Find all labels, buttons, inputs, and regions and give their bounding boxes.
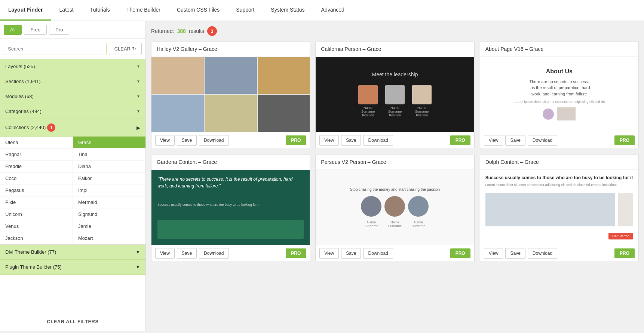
nav-advanced[interactable]: Advanced xyxy=(313,0,353,21)
white-content-top: Success usually comes to those who are t… xyxy=(485,175,633,188)
filter-collections-container: Collections (2,440) 1 ▶ Olena Ragnar Fre… xyxy=(0,119,145,245)
green-quote: "There are no secrets to success. It is … xyxy=(157,176,304,189)
nav-custom-css[interactable]: Custom CSS Files xyxy=(169,0,228,21)
collection-mozart[interactable]: Mozart xyxy=(73,232,145,244)
card-about-download[interactable]: Download xyxy=(528,135,557,146)
collection-pegasus[interactable]: Pegasus xyxy=(0,184,73,196)
clear-search-button[interactable]: CLEAR ↻ xyxy=(109,43,142,55)
card-gardena-title: Gardena Content – Grace xyxy=(151,155,310,170)
card-halley-pro-badge: PRO xyxy=(286,135,306,145)
card-halley-save[interactable]: Save xyxy=(177,135,197,146)
collection-olena[interactable]: Olena xyxy=(0,137,73,149)
card-dolph-save[interactable]: Save xyxy=(505,248,525,259)
about-quote: There are no secrets to success.It is th… xyxy=(528,79,590,97)
collection-jamie[interactable]: Jamie xyxy=(73,220,145,232)
card-about-view[interactable]: View xyxy=(484,135,503,146)
filter-plugin-theme-builder[interactable]: Plugin Theme Builder (75) ▼ xyxy=(0,260,145,275)
wc-title: Success usually comes to those who are t… xyxy=(485,175,633,180)
card-halley-image xyxy=(151,57,310,132)
avatar-circle-3 xyxy=(412,85,432,104)
collection-pixie[interactable]: Pixie xyxy=(0,196,73,208)
filter-divi-theme-builder[interactable]: Divi Theme Builder (77) ▼ xyxy=(0,245,145,260)
collection-falkor[interactable]: Falkor xyxy=(73,172,145,184)
collection-sigmund[interactable]: Sigmund xyxy=(73,208,145,220)
collection-unicorn[interactable]: Unicorn xyxy=(0,208,73,220)
wc-text: Lorem ipsum dolor sit amet consectetur a… xyxy=(485,183,633,188)
filter-sections-item[interactable]: Sections (1,941) ▼ xyxy=(0,74,145,89)
collection-coco[interactable]: Coco xyxy=(0,172,73,184)
wc-red-button[interactable]: Get Started xyxy=(608,233,633,239)
filter-layouts[interactable]: Layouts (525) ▼ xyxy=(0,59,145,74)
avatar-2: Name Surname Position xyxy=(384,85,406,117)
card-about-save[interactable]: Save xyxy=(505,135,525,146)
person-card-content: Stop chasing the money and start chasing… xyxy=(316,170,474,245)
collection-freddie[interactable]: Freddie xyxy=(0,161,73,172)
clear-all-filters-button[interactable]: CLEAR ALL FILTERS xyxy=(0,312,145,331)
about-page-title: About Us xyxy=(546,68,573,75)
filter-modules[interactable]: Modules (68) ▼ xyxy=(0,89,145,104)
card-halley-view[interactable]: View xyxy=(155,135,175,146)
green-image-placeholder xyxy=(157,220,304,239)
collections-col-left: Olena Ragnar Freddie Coco Pegasus Pixie … xyxy=(0,137,73,244)
search-input[interactable] xyxy=(4,43,107,55)
collection-diana[interactable]: Diana xyxy=(73,161,145,172)
filter-sections-label: Sections (1,941) xyxy=(5,79,41,84)
card-california-view[interactable]: View xyxy=(319,135,339,146)
collections-badge: 1 xyxy=(47,123,55,132)
card-about-page: About Page V16 – Grace About Us There ar… xyxy=(480,41,639,149)
collection-grace[interactable]: Grace xyxy=(73,137,145,149)
card-about-title: About Page V16 – Grace xyxy=(480,42,638,57)
collection-impi[interactable]: Impi xyxy=(73,184,145,196)
nav-latest[interactable]: Latest xyxy=(51,0,82,21)
results-header: Returned: 388 results 3 xyxy=(151,26,639,36)
card-gardena-view[interactable]: View xyxy=(155,248,175,259)
filter-layouts-arrow: ▼ xyxy=(137,64,140,68)
tab-free[interactable]: Free xyxy=(24,25,47,35)
filter-categories[interactable]: Categories (494) ▼ xyxy=(0,104,145,119)
avatar-circle-1 xyxy=(358,85,378,104)
card-perseus-download[interactable]: Download xyxy=(363,248,393,259)
person-avatars xyxy=(361,196,429,217)
person-avatar-2 xyxy=(384,196,405,217)
nav-theme-builder[interactable]: Theme Builder xyxy=(118,0,169,21)
collection-tina[interactable]: Tina xyxy=(73,149,145,161)
avatar-circle-2 xyxy=(385,85,405,104)
mosaic-cell-4 xyxy=(151,95,204,132)
card-dolph-view[interactable]: View xyxy=(484,248,503,259)
card-dolph-actions: View Save Download PRO xyxy=(480,245,638,262)
collections-text: Collections (2,440) xyxy=(5,125,46,130)
card-gardena-download[interactable]: Download xyxy=(199,248,229,259)
card-perseus-view[interactable]: View xyxy=(319,248,339,259)
top-nav: Layout Finder Latest Tutorials Theme Bui… xyxy=(0,0,644,21)
wc-image-right xyxy=(618,193,633,226)
card-california-save[interactable]: Save xyxy=(341,135,361,146)
card-california-download[interactable]: Download xyxy=(363,135,393,146)
card-perseus-save[interactable]: Save xyxy=(341,248,361,259)
person-name-3: Name Surname xyxy=(408,220,429,228)
filter-collections[interactable]: Collections (2,440) 1 ▶ xyxy=(0,119,145,137)
card-gardena-save[interactable]: Save xyxy=(177,248,197,259)
wc-image-light xyxy=(485,193,615,226)
leadership-text: Meet the leadership xyxy=(372,71,418,77)
nav-layout-finder[interactable]: Layout Finder xyxy=(0,0,51,21)
avatar-1: Name Surname Position xyxy=(357,85,379,117)
collection-ragnar[interactable]: Ragnar xyxy=(0,149,73,161)
tab-pro[interactable]: Pro xyxy=(49,25,69,35)
card-dolph-download[interactable]: Download xyxy=(528,248,557,259)
tab-all[interactable]: All xyxy=(4,25,22,35)
card-about-pro-badge: PRO xyxy=(614,135,635,145)
avatar-role-3: Position xyxy=(411,113,433,117)
collection-jackson[interactable]: Jackson xyxy=(0,232,73,244)
avatar-role-2: Position xyxy=(384,113,406,117)
collection-mermaid[interactable]: Mermaid xyxy=(73,196,145,208)
clear-label: CLEAR xyxy=(114,46,131,52)
card-halley-actions: View Save Download PRO xyxy=(151,132,310,149)
nav-support[interactable]: Support xyxy=(228,0,263,21)
filter-dtb-label: Divi Theme Builder (77) xyxy=(5,249,56,255)
nav-tutorials[interactable]: Tutorials xyxy=(82,0,118,21)
nav-system-status[interactable]: System Status xyxy=(263,0,313,21)
about-sub: Lorem ipsum dolor sit amet consectetur a… xyxy=(514,100,605,104)
card-halley-download[interactable]: Download xyxy=(199,135,229,146)
about-decoration xyxy=(543,107,576,120)
collection-venus[interactable]: Venus xyxy=(0,220,73,232)
